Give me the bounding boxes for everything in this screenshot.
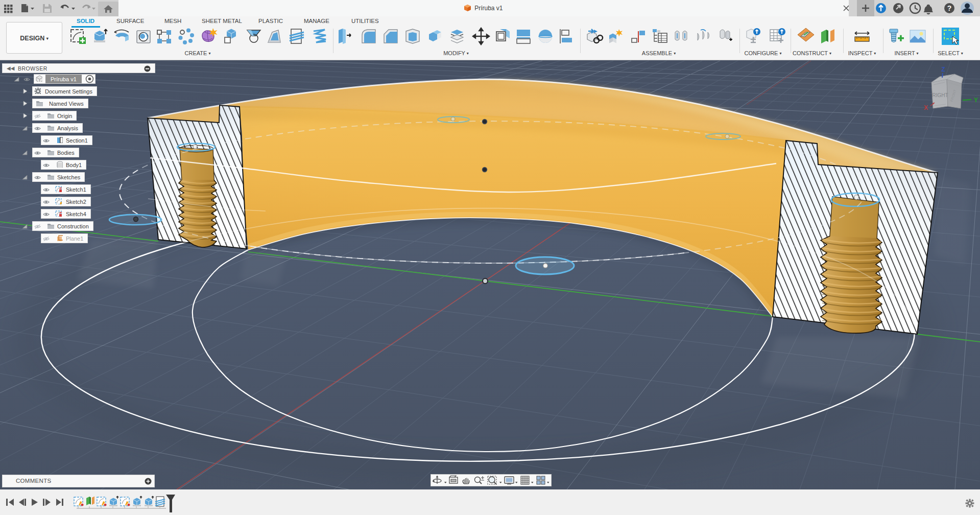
svg-text:?: ? — [947, 4, 952, 12]
